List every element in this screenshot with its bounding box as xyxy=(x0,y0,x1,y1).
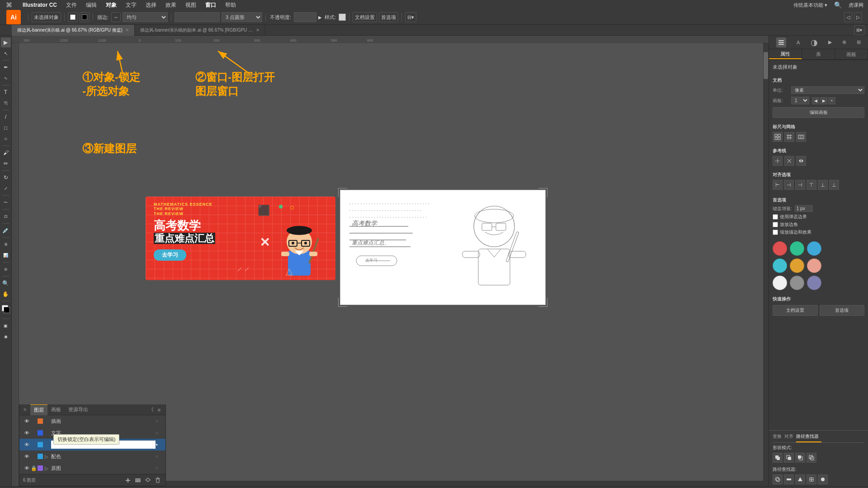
layer-lock-illustration[interactable]: 🔒 xyxy=(30,419,38,423)
pathfinder-1[interactable] xyxy=(773,474,783,484)
right-panel-layers-icon[interactable] xyxy=(776,38,786,47)
layer-target-illustration[interactable]: ○ xyxy=(156,419,162,423)
ellipse-tool[interactable]: ○ xyxy=(1,134,11,144)
swatch-orange[interactable] xyxy=(790,258,804,273)
layer-eye-text[interactable]: 👁 xyxy=(23,430,30,436)
search-icon[interactable]: 🔍 xyxy=(834,1,842,9)
effect-checkbox[interactable] xyxy=(773,230,778,235)
layer-row-palette[interactable]: 👁 🔒 ▷ 配色 ○ xyxy=(19,450,165,462)
layer-row-original[interactable]: 👁 🔒 ▷ 原图 ○ xyxy=(19,462,165,474)
board-next-btn[interactable]: ▶ xyxy=(820,97,827,104)
unit-select[interactable]: 像素 xyxy=(791,86,864,94)
swatch-pink[interactable] xyxy=(807,258,821,273)
swatch-gray[interactable] xyxy=(790,276,804,290)
menu-view[interactable]: 视图 xyxy=(181,1,201,9)
line-tool[interactable]: / xyxy=(1,112,11,122)
menu-select[interactable]: 选择 xyxy=(141,1,161,9)
stroke-profile-select[interactable]: 均匀 xyxy=(123,12,168,22)
keyboard-increment-input[interactable] xyxy=(795,205,813,212)
layer-row-illustration[interactable]: 👁 🔒 插画 ○ xyxy=(19,415,165,427)
menu-file[interactable]: 文件 xyxy=(61,1,81,9)
rotate-tool[interactable]: ↻ xyxy=(1,173,11,183)
panel-menu-btn[interactable]: ≡ xyxy=(156,406,163,413)
move-layer-btn[interactable] xyxy=(134,476,142,484)
doc-settings-btn[interactable]: 文档设置 xyxy=(353,12,377,22)
expand-right-btn[interactable]: ▷ xyxy=(854,12,862,22)
board-prev-btn[interactable]: ◀ xyxy=(812,97,819,104)
tab-inactive-close[interactable]: ✕ xyxy=(256,28,259,33)
eyedropper-tool[interactable]: 💉 xyxy=(1,225,11,235)
blend-tool[interactable]: ⑧ xyxy=(1,239,11,249)
layer-target-palette[interactable]: ○ xyxy=(156,454,162,459)
preferences-btn[interactable]: 首选项 xyxy=(379,12,398,22)
fill-color[interactable] xyxy=(68,12,78,22)
free-transform-tool[interactable]: ⊡ xyxy=(1,211,11,221)
layer-lock-palette[interactable]: 🔒 xyxy=(30,454,38,459)
layer-lock-editing[interactable]: 🔒 xyxy=(30,442,38,447)
selection-tool-label[interactable]: 未选择对象 xyxy=(32,12,61,22)
brush-select[interactable]: 3 点圆形 xyxy=(222,12,262,22)
bottom-tab-pathfinder[interactable]: 路径查找器 xyxy=(796,432,821,442)
pen-tool[interactable]: ✒ xyxy=(1,62,11,72)
menu-edit[interactable]: 编辑 xyxy=(81,1,101,9)
grid-btn-3[interactable] xyxy=(796,132,806,142)
draw-mode-btn[interactable]: ◉ xyxy=(1,332,11,342)
pathfinder-4[interactable] xyxy=(807,474,816,484)
layer-target-editing[interactable]: ● xyxy=(156,442,162,447)
swatch-green[interactable] xyxy=(790,241,804,256)
zoom-tool[interactable]: 🔍 xyxy=(1,278,11,288)
quick-doc-settings-btn[interactable]: 文档设置 xyxy=(773,305,818,316)
align-center-h-btn[interactable]: ⊣ xyxy=(784,180,794,190)
rect-tool[interactable]: □ xyxy=(1,123,11,133)
panel-collapse-btn[interactable]: 《 xyxy=(147,406,155,413)
panel-drag-handle[interactable]: ✕ xyxy=(19,407,30,412)
snap-checkbox[interactable] xyxy=(773,214,778,220)
swatch-teal[interactable] xyxy=(773,258,787,273)
right-panel-type-icon[interactable]: A xyxy=(797,40,800,45)
right-panel-brush-icon[interactable]: ◑ xyxy=(811,38,818,47)
align-center-v-btn[interactable]: ⊥ xyxy=(818,180,828,190)
canvas-scrollbar-v[interactable] xyxy=(763,43,769,486)
menu-object[interactable]: 对象 xyxy=(101,1,121,9)
panel-tab-layers[interactable]: 图层 xyxy=(30,404,47,415)
direct-selection-tool[interactable]: ↖ xyxy=(1,48,11,58)
bottom-tab-transform[interactable]: 变换 xyxy=(773,432,784,442)
fill-stroke-indicator[interactable] xyxy=(1,304,11,316)
layer-expand-original[interactable]: ▷ xyxy=(45,466,51,471)
merge-layer-btn[interactable] xyxy=(144,476,152,484)
canvas-area[interactable]: 300 1200 1100 0 100 200 300 400 500 600 xyxy=(12,36,769,486)
menu-app-name[interactable]: Illustrator CC xyxy=(18,2,61,8)
shape-mode-4[interactable] xyxy=(807,453,816,463)
guide-btn-2[interactable] xyxy=(784,156,794,166)
curvature-tool[interactable]: ∿ xyxy=(1,73,11,83)
pathfinder-5[interactable] xyxy=(818,474,828,484)
pathfinder-2[interactable] xyxy=(784,474,794,484)
layer-eye-editing[interactable]: 👁 xyxy=(23,442,30,447)
pencil-tool[interactable]: ✏ xyxy=(1,159,11,169)
stroke-cycle[interactable]: ↔ xyxy=(111,12,121,22)
panel-tab-export[interactable]: 资源导出 xyxy=(65,404,92,415)
layer-eye-original[interactable]: 👁 xyxy=(23,465,30,471)
guide-btn-3[interactable] xyxy=(796,156,806,166)
right-tab-artboard[interactable]: 画板 xyxy=(835,49,868,59)
right-panel-graphic-styles-icon[interactable]: ⊞ xyxy=(857,39,861,45)
layer-target-text[interactable]: ○ xyxy=(156,431,162,435)
layer-lock-original[interactable]: 🔒 xyxy=(30,465,38,471)
menu-text[interactable]: 文字 xyxy=(121,1,141,9)
edit-board-btn[interactable]: 编辑画板 xyxy=(773,107,864,118)
quick-prefs-btn[interactable]: 首选项 xyxy=(820,305,865,316)
bottom-tab-align[interactable]: 对齐 xyxy=(784,432,796,442)
opacity-arrow[interactable]: ▶ xyxy=(318,15,322,20)
workspace-selector[interactable]: 传统基本功能 ▾ xyxy=(793,2,827,9)
tab-active[interactable]: 插边风-banner演示稿.ai @ 66.67% (RGB/GPU 推监) ✕ xyxy=(12,25,135,36)
screen-mode-btn[interactable]: ▣ xyxy=(1,321,11,331)
menu-help[interactable]: 帮助 xyxy=(221,1,241,9)
warp-tool[interactable]: 〜 xyxy=(1,197,11,207)
right-tab-library[interactable]: 库 xyxy=(802,49,835,59)
align-left-btn[interactable]: ⊢ xyxy=(773,180,783,190)
banner-button[interactable]: 去学习 xyxy=(154,249,186,261)
type-tool[interactable]: T xyxy=(1,87,11,97)
arrange-btn[interactable]: ⊟▾ xyxy=(405,12,416,22)
guide-btn-1[interactable] xyxy=(773,156,783,166)
style-swatch[interactable] xyxy=(339,14,346,21)
